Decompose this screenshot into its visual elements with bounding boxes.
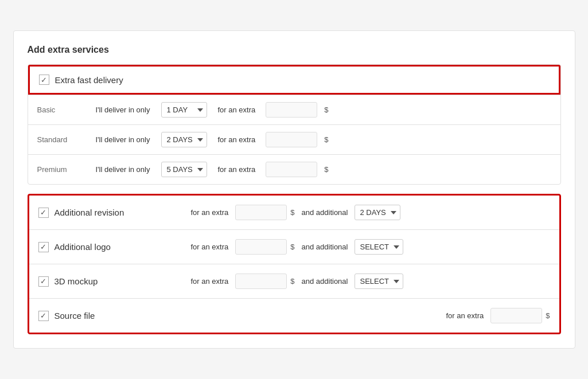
currency-logo: $	[290, 243, 294, 251]
main-container: Add extra services ✓ Extra fast delivery…	[13, 30, 575, 349]
list-item: ✓ 3D mockup for an extra $ and additiona…	[29, 264, 559, 299]
price-input-standard[interactable]	[266, 132, 317, 147]
currency-premium: $	[324, 165, 328, 174]
for-extra-text-source: for an extra	[446, 311, 484, 320]
currency-revision: $	[290, 208, 294, 217]
and-additional-text-revision: and additional	[302, 208, 348, 217]
extra-fast-delivery-label: Extra fast delivery	[55, 75, 123, 85]
table-row: Standard I'll deliver in only 1 DAY 2 DA…	[28, 125, 560, 155]
for-extra-text-basic: for an extra	[217, 106, 255, 114]
extra-fast-delivery-header: ✓ Extra fast delivery	[28, 65, 560, 95]
section-title: Add extra services	[28, 45, 561, 55]
source-file-right: for an extra $	[188, 308, 550, 323]
checkmark-icon: ✓	[40, 278, 46, 285]
price-input-premium[interactable]	[266, 162, 317, 177]
price-input-basic[interactable]	[266, 102, 317, 118]
currency-mockup: $	[290, 277, 294, 286]
for-extra-text-mockup: for an extra	[191, 277, 229, 286]
day-select-revision[interactable]: 1 DAY 2 DAYS 3 DAYS 5 DAYS 7 DAYS	[355, 205, 400, 220]
for-extra-text-revision: for an extra	[191, 208, 229, 217]
deliver-text-premium: I'll deliver in only	[96, 165, 150, 174]
3d-mockup-label: 3D mockup	[54, 276, 98, 286]
additional-logo-left: ✓ Additional logo	[38, 242, 188, 252]
list-item: ✓ Additional revision for an extra $ and…	[29, 196, 559, 230]
additional-logo-label: Additional logo	[54, 242, 111, 252]
and-additional-text-mockup: and additional	[302, 277, 348, 286]
source-file-checkbox[interactable]: ✓	[38, 311, 49, 321]
currency-basic: $	[324, 106, 328, 114]
additional-logo-right: for an extra $ and additional SELECT 1 D…	[188, 239, 550, 255]
additional-logo-checkbox[interactable]: ✓	[38, 242, 49, 252]
additional-revision-left: ✓ Additional revision	[38, 208, 188, 218]
price-input-revision[interactable]	[235, 205, 287, 220]
day-select-mockup[interactable]: SELECT 1 DAY 2 DAYS 3 DAYS 5 DAYS	[355, 273, 403, 289]
day-select-standard[interactable]: 1 DAY 2 DAYS 3 DAYS 5 DAYS 7 DAYS	[161, 132, 207, 147]
additional-revision-label: Additional revision	[54, 208, 124, 217]
price-input-logo[interactable]	[235, 239, 287, 255]
extra-fast-delivery-block: ✓ Extra fast delivery Basic I'll deliver…	[28, 64, 561, 185]
additional-revision-right: for an extra $ and additional 1 DAY 2 DA…	[188, 205, 550, 220]
tier-label-premium: Premium	[37, 165, 89, 174]
list-item: ✓ Source file for an extra $	[29, 299, 559, 333]
and-additional-text-logo: and additional	[302, 243, 348, 251]
day-select-basic[interactable]: 1 DAY 2 DAYS 3 DAYS 5 DAYS 7 DAYS	[161, 102, 207, 118]
tier-label-standard: Standard	[37, 135, 89, 144]
day-select-premium[interactable]: 1 DAY 2 DAYS 3 DAYS 5 DAYS 7 DAYS	[161, 162, 207, 177]
checkmark-icon: ✓	[41, 76, 47, 84]
day-select-logo[interactable]: SELECT 1 DAY 2 DAYS 3 DAYS 5 DAYS	[355, 239, 403, 255]
checkmark-icon: ✓	[40, 243, 46, 251]
source-file-label: Source file	[54, 311, 95, 321]
additional-services-block: ✓ Additional revision for an extra $ and…	[28, 194, 561, 334]
tier-label-basic: Basic	[37, 106, 89, 114]
deliver-text-basic: I'll deliver in only	[96, 106, 150, 114]
delivery-rows: Basic I'll deliver in only 1 DAY 2 DAYS …	[28, 95, 560, 184]
checkmark-icon: ✓	[40, 209, 46, 216]
source-file-left: ✓ Source file	[38, 311, 188, 321]
table-row: Premium I'll deliver in only 1 DAY 2 DAY…	[28, 155, 560, 184]
3d-mockup-left: ✓ 3D mockup	[38, 276, 188, 287]
checkmark-icon: ✓	[40, 312, 46, 319]
extra-fast-delivery-checkbox[interactable]: ✓	[39, 75, 49, 85]
for-extra-text-standard: for an extra	[217, 135, 255, 144]
price-input-mockup[interactable]	[235, 273, 287, 289]
3d-mockup-right: for an extra $ and additional SELECT 1 D…	[188, 273, 550, 289]
3d-mockup-checkbox[interactable]: ✓	[38, 276, 49, 287]
additional-revision-checkbox[interactable]: ✓	[38, 208, 49, 218]
price-input-source[interactable]	[490, 308, 542, 323]
for-extra-text-logo: for an extra	[191, 243, 229, 251]
list-item: ✓ Additional logo for an extra $ and add…	[29, 230, 559, 264]
for-extra-text-premium: for an extra	[217, 165, 255, 174]
deliver-text-standard: I'll deliver in only	[96, 135, 150, 144]
currency-standard: $	[324, 135, 328, 144]
table-row: Basic I'll deliver in only 1 DAY 2 DAYS …	[28, 95, 560, 125]
currency-source: $	[546, 311, 550, 320]
